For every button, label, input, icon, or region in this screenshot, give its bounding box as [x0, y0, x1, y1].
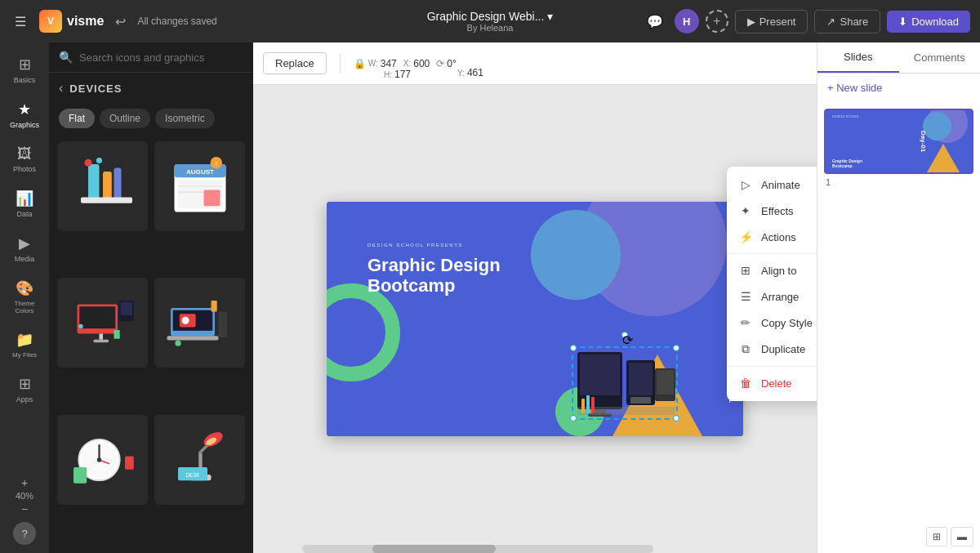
download-icon: ⬇ [898, 16, 907, 28]
selected-element[interactable]: ⟳ [572, 346, 678, 420]
menu-item-arrange[interactable]: ☰ Arrange [727, 283, 817, 310]
topbar: ☰ V visme ↩ All changes saved Graphic De… [0, 0, 980, 42]
svg-rect-28 [218, 312, 227, 338]
canvas-scroll[interactable]: DESIGN SCHOOL PRESENTS Graphic Design Bo… [253, 85, 817, 553]
svg-rect-50 [629, 363, 653, 395]
sidebar-item-photos[interactable]: 🖼 Photos [3, 139, 46, 180]
menu-item-animate[interactable]: ▷ Animate [727, 172, 817, 198]
svg-point-27 [181, 317, 189, 324]
thumb-triangle [927, 144, 960, 172]
sidebar-item-graphics[interactable]: ★ Graphics [3, 94, 46, 136]
tab-comments[interactable]: Comments [899, 42, 981, 73]
theme-colors-icon: 🎨 [16, 279, 33, 297]
replace-button[interactable]: Replace [263, 52, 327, 74]
graphic-item[interactable]: AUGUST ! [154, 141, 245, 231]
svg-rect-2 [114, 168, 121, 202]
undo-button[interactable]: ↩ [112, 11, 129, 33]
graphic-item[interactable] [57, 278, 148, 368]
menu-item-effects[interactable]: ✦ Effects [727, 198, 817, 224]
logo: V visme [39, 10, 104, 33]
slide-canvas: DESIGN SCHOOL PRESENTS Graphic Design Bo… [327, 202, 743, 436]
actions-icon: ⚡ [738, 230, 753, 243]
svg-point-21 [78, 324, 82, 328]
svg-point-5 [96, 158, 101, 163]
tab-isometric[interactable]: Isometric [155, 109, 215, 128]
zoom-out-button[interactable]: − [21, 502, 28, 515]
thumb-subtitle: DESIGN SCHOOL [832, 114, 859, 118]
zoom-in-button[interactable]: + [21, 476, 28, 489]
search-input[interactable] [79, 51, 243, 64]
svg-rect-46 [580, 355, 620, 395]
share-icon: ↗ [826, 16, 835, 28]
slide-title: Graphic Design Bootcamp [368, 255, 501, 297]
add-user-button[interactable]: + [706, 10, 728, 33]
graphic-item[interactable] [57, 141, 148, 231]
svg-rect-14 [203, 190, 220, 207]
style-tabs: Flat Outline Isometric [49, 104, 253, 133]
logo-text: visme [67, 14, 104, 29]
slide-subtitle: DESIGN SCHOOL PRESENTS [368, 243, 463, 248]
hamburger-button[interactable]: ☰ [10, 9, 31, 34]
svg-point-4 [84, 159, 91, 167]
sidebar-item-theme-colors[interactable]: 🎨 ThemeColors [3, 273, 46, 321]
thumb-title: Graphic DesignBootcamp [832, 159, 862, 168]
menu-item-align[interactable]: ⊞ Align to [727, 257, 817, 283]
document-title[interactable]: Graphic Design Webi... ▾ [427, 10, 554, 23]
comments-button[interactable]: 💬 [642, 9, 668, 34]
zoom-control: + 40% − [16, 476, 33, 515]
graphic-item[interactable] [154, 278, 245, 368]
svg-rect-22 [114, 330, 119, 339]
present-button[interactable]: ▶ Present [735, 10, 808, 33]
zoom-value: 40% [16, 491, 33, 501]
handle-rotate[interactable]: ⟳ [621, 332, 628, 338]
left-panel: 🔍 ‹ DEVICES Flat Outline Isometric [49, 42, 253, 553]
sidebar-item-basics[interactable]: ⊞ Basics [3, 49, 46, 91]
share-button[interactable]: ↗ Share [814, 10, 880, 33]
new-slide-button[interactable]: + New slide [817, 74, 980, 102]
angle-icon: ⟳ [436, 58, 444, 69]
sidebar-item-data[interactable]: 📊 Data [3, 183, 46, 225]
back-button[interactable]: ‹ [59, 81, 63, 96]
menu-item-delete[interactable]: 🗑 Delete [727, 370, 817, 396]
sidebar-item-my-files[interactable]: 📁 My Files [3, 324, 46, 365]
svg-rect-20 [120, 302, 131, 315]
menu-item-copy-style[interactable]: ✏ Copy Style [727, 310, 817, 336]
x-input: X: 600 [403, 58, 430, 69]
sidebar-bottom: + 40% − ? [13, 476, 36, 553]
height-input: H: 177 [384, 69, 411, 80]
menu-item-actions[interactable]: ⚡ Actions [727, 224, 817, 250]
menu-item-duplicate[interactable]: ⧉ Duplicate [727, 336, 817, 363]
help-button[interactable]: ? [13, 522, 36, 545]
right-tabs: Slides Comments [817, 42, 980, 74]
svg-text:AUGUST: AUGUST [185, 168, 213, 176]
svg-text:DESK: DESK [185, 471, 200, 477]
graphic-item[interactable] [57, 415, 148, 505]
download-button[interactable]: ⬇ Download [887, 11, 970, 33]
context-menu: ▷ Animate ✦ Effects ⚡ Actions ⊞ Align to [727, 167, 817, 401]
tab-flat[interactable]: Flat [59, 109, 95, 128]
media-icon: ▶ [19, 234, 30, 252]
grid-view-button[interactable]: ⊞ [926, 527, 947, 546]
horizontal-scrollbar[interactable] [302, 545, 653, 553]
svg-rect-55 [581, 399, 585, 413]
animate-icon: ▷ [738, 178, 753, 191]
panel-header: ‹ DEVICES [49, 73, 253, 104]
tab-slides[interactable]: Slides [817, 42, 899, 73]
topbar-left: ☰ V visme ↩ All changes saved [10, 9, 419, 34]
sidebar-item-media[interactable]: ▶ Media [3, 228, 46, 270]
sidebar-item-apps[interactable]: ⊞ Apps [3, 368, 46, 410]
list-view-button[interactable]: ▬ [951, 527, 973, 546]
svg-rect-53 [657, 370, 674, 395]
bg-circle-green [327, 283, 400, 381]
my-files-icon: 📁 [16, 331, 33, 349]
slide-thumbnail[interactable]: Graphic DesignBootcamp DESIGN SCHOOL Day… [824, 109, 973, 190]
main: ⊞ Basics ★ Graphics 🖼 Photos 📊 Data ▶ Me… [0, 42, 980, 553]
svg-text:!: ! [215, 160, 216, 167]
avatar: H [675, 9, 699, 33]
align-icon: ⊞ [738, 264, 753, 277]
graphic-item[interactable]: DESK [154, 415, 245, 505]
slide-thumb-image: Graphic DesignBootcamp DESIGN SCHOOL Day… [824, 109, 973, 174]
topbar-right: 💬 H + ▶ Present ↗ Share ⬇ Download [561, 9, 970, 34]
tab-outline[interactable]: Outline [100, 109, 150, 128]
canvas-area: Replace 🔒 W: 347 X: 600 ⟳ 0° H: 177 Y: 4… [253, 42, 817, 553]
